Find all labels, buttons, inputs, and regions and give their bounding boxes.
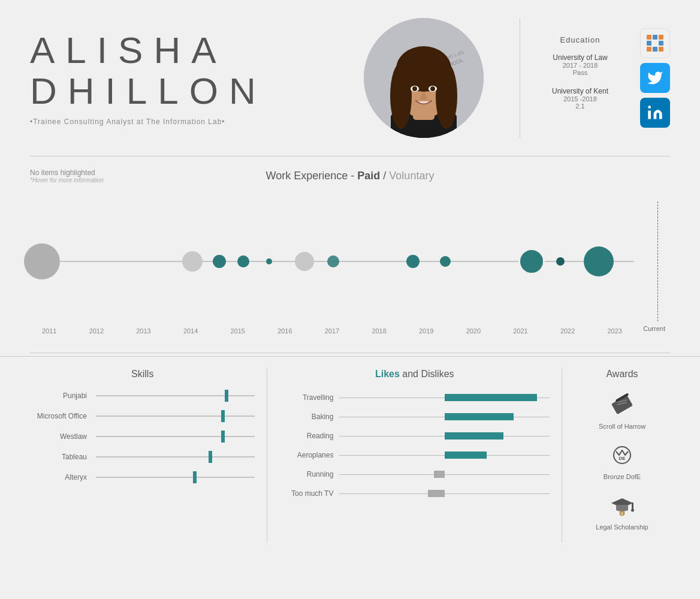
awards-section: Awards Scroll of Harrow DE (562, 369, 670, 543)
uni-name-1: University of Law (532, 53, 628, 62)
award-scholarship: $ Legal Scholarship (574, 492, 670, 531)
skill-bar-tableau[interactable] (96, 456, 255, 458)
linkedin-icon[interactable] (640, 98, 670, 128)
year-2020: 2020 (466, 327, 481, 335)
edu-entry-2: University of Kent 2015 -2018 2.1 (532, 87, 628, 110)
like-label-reading: Reading (279, 432, 339, 440)
like-bar-running[interactable] (339, 468, 550, 480)
like-label-tv: Too much TV (279, 489, 339, 498)
timeline-section: No items highlighted *Hover for more inf… (0, 156, 700, 353)
uni-name-2: University of Kent (532, 87, 628, 95)
timeline-dot-2021[interactable] (584, 246, 614, 276)
skill-row-alteryx: Alteryx (30, 473, 255, 481)
twitter-icon[interactable] (640, 63, 670, 93)
education-title: Education (532, 35, 628, 44)
skill-label-punjabi: Punjabi (30, 392, 96, 400)
like-bar-baking[interactable] (339, 411, 550, 423)
skill-row-msoffice: Microsoft Office (30, 412, 255, 420)
current-label: Current (643, 325, 665, 332)
svg-text:$: $ (621, 512, 623, 516)
award-scroll: Scroll of Harrow (574, 392, 670, 430)
profile-photo: formation Lab DATA SCHOOL (364, 18, 484, 138)
timeline-dot-2017c[interactable] (406, 255, 420, 268)
top-section: ALISHA DHILLON •Trainee Consulting Analy… (0, 0, 700, 156)
like-bar-reading[interactable] (339, 430, 550, 442)
timeline-title: Work Experience - Paid / Voluntary (190, 170, 510, 182)
like-row-aeroplanes: Aeroplanes (279, 449, 550, 461)
svg-text:DE: DE (618, 456, 626, 461)
bottom-divider (30, 353, 670, 353)
skill-row-westlaw: Westlaw (30, 432, 255, 441)
skill-bar-alteryx[interactable] (96, 476, 255, 478)
timeline-header: No items highlighted *Hover for more inf… (30, 168, 670, 183)
skill-bar-msoffice[interactable] (96, 415, 255, 417)
edu-years-2: 2015 -2018 (532, 95, 628, 103)
first-name: ALISHA DHILLON (30, 30, 340, 112)
timeline-dot-2020a[interactable] (556, 257, 565, 266)
graduation-icon: $ (610, 492, 634, 520)
current-line (657, 201, 658, 321)
timeline-dot-2011[interactable] (24, 243, 60, 279)
year-2022: 2022 (560, 327, 575, 335)
like-bar-tv[interactable] (339, 487, 550, 499)
skill-label-alteryx: Alteryx (30, 473, 96, 481)
svg-point-16 (648, 106, 651, 109)
like-label-running: Running (279, 470, 339, 478)
skill-label-tableau: Tableau (30, 453, 96, 461)
like-row-travelling: Travelling (279, 392, 550, 404)
social-icons (640, 28, 670, 128)
like-bar-travelling[interactable] (339, 392, 550, 404)
timeline-dot-2018[interactable] (440, 256, 451, 267)
timeline-dot-2017b[interactable] (327, 255, 339, 267)
edu-entry-1: University of Law 2017 - 2018 Pass (532, 53, 628, 76)
year-labels: 2011 2012 2013 2014 2015 2016 2017 2018 … (30, 327, 670, 335)
skills-title: Skills (30, 369, 255, 380)
timeline-dot-2014a[interactable] (182, 251, 203, 272)
education-block: Education University of Law 2017 - 2018 … (532, 35, 628, 121)
like-bar-aeroplanes[interactable] (339, 449, 550, 461)
like-row-running: Running (279, 468, 550, 480)
year-2016: 2016 (277, 327, 292, 335)
like-label-aeroplanes: Aeroplanes (279, 451, 339, 459)
skill-row-punjabi: Punjabi (30, 392, 255, 400)
timeline-dot-2019[interactable] (518, 248, 545, 275)
like-label-travelling: Travelling (279, 393, 339, 402)
svg-rect-24 (632, 502, 633, 510)
timeline-dot-2017a[interactable] (295, 252, 314, 271)
awards-title: Awards (574, 369, 670, 380)
svg-point-14 (412, 86, 417, 91)
skill-row-tableau: Tableau (30, 453, 255, 461)
scroll-icon (610, 392, 634, 420)
likes-title: Likes and Dislikes (279, 369, 550, 380)
skills-section: Skills Punjabi Microsoft Office Westlaw … (30, 369, 267, 543)
skill-bar-punjabi[interactable] (96, 395, 255, 397)
skill-bar-westlaw[interactable] (96, 435, 255, 438)
scroll-label: Scroll of Harrow (599, 423, 645, 430)
year-2015: 2015 (231, 327, 245, 335)
like-row-tv: Too much TV (279, 487, 550, 499)
timeline-dot-2015b[interactable] (237, 255, 249, 267)
name-block: ALISHA DHILLON •Trainee Consulting Analy… (30, 30, 340, 126)
year-2023: 2023 (608, 327, 622, 335)
like-label-baking: Baking (279, 413, 339, 421)
bottom-section: Skills Punjabi Microsoft Office Westlaw … (0, 356, 700, 555)
year-2014: 2014 (183, 327, 198, 335)
year-2021: 2021 (513, 327, 527, 335)
svg-point-11 (399, 48, 449, 84)
tableau-icon[interactable] (640, 28, 670, 58)
year-2012: 2012 (89, 327, 104, 335)
edu-grade-2: 2.1 (532, 103, 628, 110)
like-row-baking: Baking (279, 411, 550, 423)
award-dofe: DE Bronze DofE (574, 442, 670, 480)
timeline-dot-2016a[interactable] (266, 258, 272, 264)
timeline-dot-2015a[interactable] (213, 255, 226, 268)
like-row-reading: Reading (279, 430, 550, 442)
year-2017: 2017 (325, 327, 339, 335)
year-2019: 2019 (419, 327, 433, 335)
edu-grade-1: Pass (532, 69, 628, 76)
year-2011: 2011 (42, 327, 56, 335)
skill-label-msoffice: Microsoft Office (30, 412, 96, 420)
likes-section: Likes and Dislikes Travelling Baking Rea… (267, 369, 562, 543)
svg-point-15 (430, 86, 435, 91)
skill-label-westlaw: Westlaw (30, 432, 96, 441)
